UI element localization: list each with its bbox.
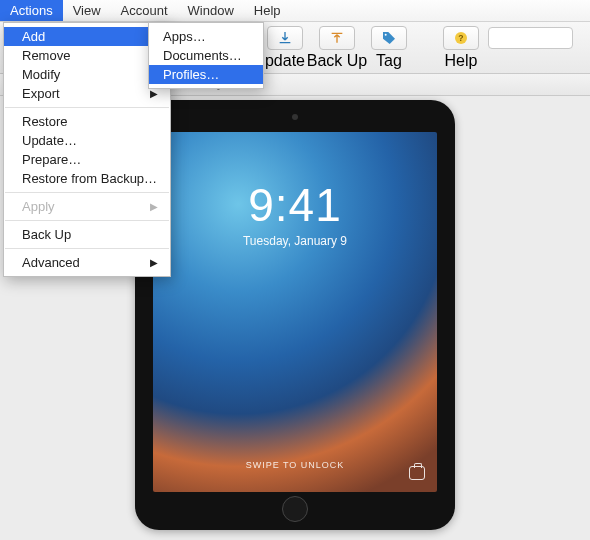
upload-icon <box>329 30 345 46</box>
actions-dropdown: Add▶ Remove▶ Modify▶ Export▶ Restore Upd… <box>3 22 171 277</box>
menu-prepare[interactable]: Prepare… <box>4 150 170 169</box>
menu-actions[interactable]: Actions <box>0 0 63 21</box>
submenu-apps[interactable]: Apps… <box>149 27 263 46</box>
search-input[interactable] <box>488 27 573 49</box>
tag-label: Tag <box>376 52 402 70</box>
menubar: Actions View Account Window Help <box>0 0 590 22</box>
chevron-right-icon: ▶ <box>150 201 158 212</box>
submenu-documents[interactable]: Documents… <box>149 46 263 65</box>
menu-help[interactable]: Help <box>244 0 291 21</box>
menu-advanced[interactable]: Advanced▶ <box>4 253 170 272</box>
help-icon: ? <box>453 30 469 46</box>
menu-view[interactable]: View <box>63 0 111 21</box>
menu-separator <box>5 248 169 249</box>
menu-separator <box>5 220 169 221</box>
menu-account[interactable]: Account <box>111 0 178 21</box>
home-button <box>282 496 308 522</box>
menu-separator <box>5 107 169 108</box>
submenu-profiles[interactable]: Profiles… <box>149 65 263 84</box>
unlock-hint: SWIPE TO UNLOCK <box>246 460 345 470</box>
ipad-screen: 9:41 Tuesday, January 9 SWIPE TO UNLOCK <box>153 132 437 492</box>
chevron-right-icon: ▶ <box>150 257 158 268</box>
lock-time: 9:41 <box>248 178 342 232</box>
help-button[interactable]: ? Help <box>436 26 486 70</box>
ipad-camera <box>292 114 298 120</box>
backup-label: Back Up <box>307 52 367 70</box>
tag-button[interactable]: Tag <box>364 26 414 70</box>
svg-text:?: ? <box>458 33 463 43</box>
ipad-device: 9:41 Tuesday, January 9 SWIPE TO UNLOCK <box>135 100 455 530</box>
lock-date: Tuesday, January 9 <box>243 234 347 248</box>
svg-point-0 <box>385 34 387 36</box>
help-label: Help <box>445 52 478 70</box>
menu-update[interactable]: Update… <box>4 131 170 150</box>
menu-backup[interactable]: Back Up <box>4 225 170 244</box>
backup-button[interactable]: Back Up <box>312 26 362 70</box>
menu-add[interactable]: Add▶ <box>4 27 170 46</box>
menu-remove[interactable]: Remove▶ <box>4 46 170 65</box>
menu-export[interactable]: Export▶ <box>4 84 170 103</box>
update-label: pdate <box>265 52 305 70</box>
menu-modify[interactable]: Modify▶ <box>4 65 170 84</box>
add-submenu: Apps… Documents… Profiles… <box>148 22 264 89</box>
menu-window[interactable]: Window <box>178 0 244 21</box>
tag-icon <box>381 30 397 46</box>
menu-restore[interactable]: Restore <box>4 112 170 131</box>
menu-separator <box>5 192 169 193</box>
camera-icon <box>409 466 425 480</box>
menu-restore-backup[interactable]: Restore from Backup… <box>4 169 170 188</box>
menu-apply: Apply▶ <box>4 197 170 216</box>
download-icon <box>277 30 293 46</box>
chevron-right-icon: ▶ <box>150 88 158 99</box>
update-button[interactable]: pdate <box>260 26 310 70</box>
